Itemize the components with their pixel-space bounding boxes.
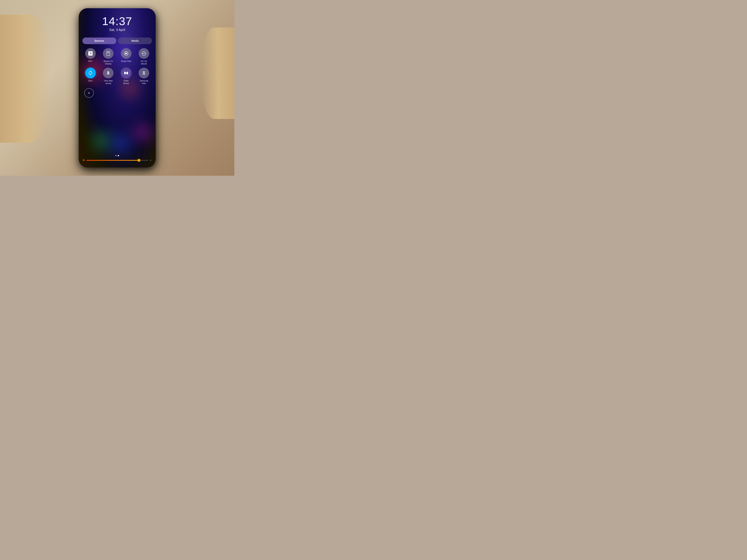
tile-nfc[interactable]: NFC [82, 48, 99, 65]
svg-rect-6 [124, 72, 126, 74]
bottom-area: ☀ ✓ [82, 155, 152, 162]
time-display: 14:37 [79, 16, 156, 27]
kids-svg [141, 71, 147, 76]
svg-rect-8 [126, 72, 126, 74]
dnd-icon [138, 48, 149, 59]
sync-label: Sync [88, 79, 93, 82]
svg-rect-0 [107, 51, 110, 55]
add-icon: + [88, 90, 90, 96]
page-dot-1 [115, 155, 117, 156]
phone: 14:37 Sat, 3 April Devices Media [79, 8, 156, 167]
ultra-data-svg [106, 71, 111, 76]
brightness-thumb [138, 159, 140, 162]
tab-row: Devices Media [82, 37, 152, 44]
kids-icon [138, 68, 149, 78]
quick-panel: Devices Media NFC [82, 37, 152, 98]
ultra-data-label: Ultra datasaving [104, 79, 112, 85]
nfc-icon [85, 48, 96, 59]
tile-ultra-data[interactable]: Ultra datasaving [100, 68, 117, 85]
sync-svg [88, 71, 93, 76]
tile-smart-view[interactable]: Smart View [118, 48, 134, 65]
smart-view-svg [124, 51, 129, 56]
brightness-icon: ☀ [82, 159, 85, 162]
phone-screen: 14:37 Sat, 3 April Devices Media [79, 8, 156, 167]
brightness-row: ☀ ✓ [82, 159, 152, 162]
dolby-icon [121, 68, 131, 78]
tile-always-on[interactable]: Always OnDisplay [100, 48, 117, 65]
page-dot-2 [118, 155, 119, 156]
svg-rect-7 [127, 72, 128, 74]
svg-rect-2 [107, 53, 108, 53]
brightness-track[interactable] [86, 160, 148, 161]
tab-devices[interactable]: Devices [82, 37, 116, 44]
sync-icon [85, 68, 96, 78]
tiles-grid: NFC Always OnDisplay [82, 48, 152, 84]
hand-right [201, 27, 234, 119]
tile-samsung-kids[interactable]: SamsungKids [136, 68, 152, 85]
bg-blob-6 [135, 125, 150, 140]
dnd-svg [141, 51, 147, 56]
svg-point-11 [144, 72, 145, 72]
date-display: Sat, 3 April [79, 28, 156, 32]
expand-icon[interactable]: ✓ [150, 159, 152, 162]
tile-dolby[interactable]: DolbyAtmos [118, 68, 134, 85]
tile-dnd[interactable]: Do notdisturb [136, 48, 152, 65]
aod-icon [103, 48, 113, 59]
ultra-data-icon [103, 68, 113, 78]
tab-media[interactable]: Media [118, 37, 152, 44]
hand-left [0, 15, 51, 143]
add-button[interactable]: + [84, 88, 94, 98]
tile-sync[interactable]: Sync [82, 68, 99, 85]
smart-view-label: Smart View [121, 60, 131, 62]
nfc-svg [88, 51, 93, 56]
brightness-fill [86, 160, 139, 161]
dnd-label: Do notdisturb [141, 60, 147, 65]
add-btn-row: + [82, 88, 152, 98]
dolby-label: DolbyAtmos [123, 79, 129, 85]
svg-point-10 [143, 72, 144, 72]
nfc-label: NFC [88, 60, 93, 62]
aod-label: Always OnDisplay [103, 60, 113, 65]
kids-label: SamsungKids [140, 79, 148, 85]
dolby-svg [124, 71, 129, 76]
svg-rect-1 [107, 52, 109, 53]
bg-blob-4 [93, 133, 110, 149]
bg-blob-5 [112, 134, 130, 153]
smart-view-icon [121, 48, 131, 59]
time-section: 14:37 Sat, 3 April [79, 16, 156, 32]
page-dots [82, 155, 152, 156]
aod-svg [106, 51, 111, 56]
